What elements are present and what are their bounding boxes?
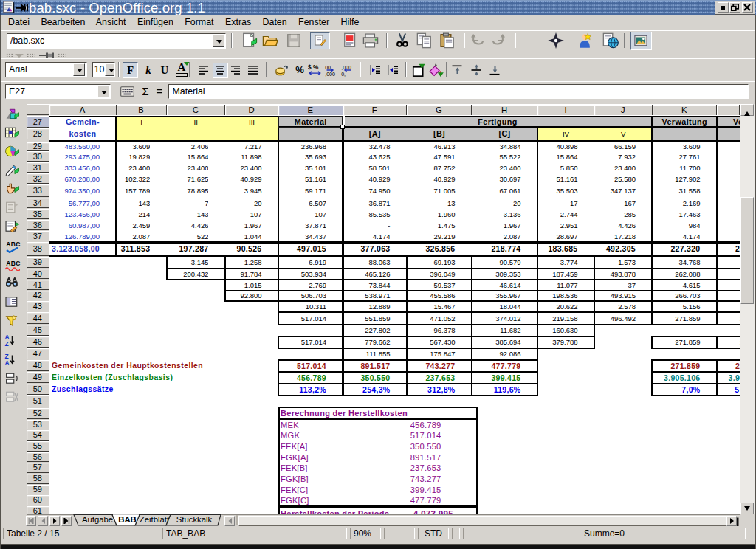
svg-text:$: $: [308, 64, 312, 71]
svg-text:A: A: [4, 359, 9, 366]
svg-text:00: 00: [325, 65, 331, 70]
svg-text:%: %: [313, 64, 319, 71]
svg-text:,000: ,000: [325, 72, 335, 77]
svg-text:0,: 0,: [341, 72, 346, 77]
svg-text:Z: Z: [4, 340, 8, 347]
